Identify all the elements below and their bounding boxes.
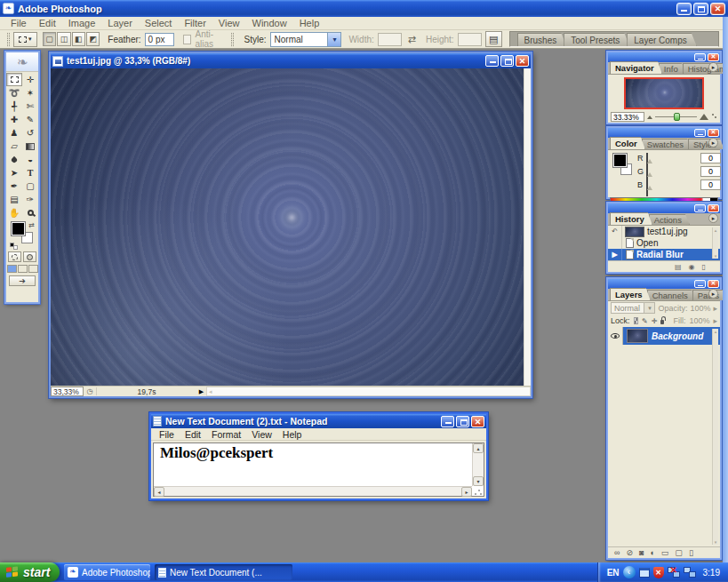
doc-close-button[interactable]: ✕ [516, 55, 529, 67]
notepad-menu-format[interactable]: Format [206, 429, 246, 440]
well-tab-tool-presets[interactable]: Tool Presets [564, 33, 629, 46]
tool-gradient[interactable] [22, 140, 38, 153]
standard-mode-button[interactable] [8, 251, 21, 262]
palette-close-button[interactable]: ✕ [708, 204, 719, 212]
history-snapshot-row[interactable]: ↶ test1uj.jpg [608, 226, 720, 237]
selection-subtract-button[interactable]: ◧ [72, 32, 85, 46]
new-snapshot-button[interactable]: ◉ [689, 263, 695, 271]
hide-icons-chevron[interactable]: ‹ [623, 566, 636, 578]
tool-notes[interactable]: ▤ [6, 193, 22, 206]
notepad-close-button[interactable]: ✕ [471, 416, 484, 427]
new-group-button[interactable]: ▭ [661, 548, 669, 557]
panel-menu-icon[interactable]: ▸ [708, 213, 718, 223]
history-scrollbar[interactable]: ▴ ▾ [712, 227, 718, 259]
tool-shape[interactable]: ▢ [22, 179, 38, 193]
history-item-open[interactable]: Open [608, 237, 720, 249]
notepad-minimize-button[interactable] [441, 416, 454, 427]
history-source-icon[interactable]: ↶ [608, 226, 622, 237]
tool-hand[interactable]: ✋ [6, 206, 22, 219]
navigator-zoom-slider[interactable] [655, 116, 697, 117]
antialias-checkbox[interactable] [183, 35, 192, 44]
close-button[interactable]: ✕ [710, 3, 725, 15]
notepad-menu-help[interactable]: Help [277, 429, 308, 440]
tab-histogram[interactable]: Histogram [683, 63, 728, 74]
palette-minimize-button[interactable] [694, 129, 706, 137]
well-tab-layer-comps[interactable]: Layer Comps [627, 33, 696, 46]
start-button[interactable]: start [0, 562, 60, 582]
menu-filter[interactable]: Filter [178, 18, 212, 28]
panel-menu-icon[interactable]: ▸ [708, 62, 718, 72]
zoom-out-icon[interactable] [647, 116, 652, 119]
menu-select[interactable]: Select [139, 18, 179, 28]
menu-window[interactable]: Window [246, 18, 293, 28]
opacity-arrow-icon[interactable]: ▸ [713, 304, 717, 313]
lock-position-icon[interactable]: ✛ [652, 317, 658, 325]
state-marker-icon[interactable]: ▶ [608, 249, 622, 260]
tool-history-brush[interactable]: ↺ [22, 126, 38, 140]
current-tool-button[interactable]: ▾ [13, 32, 37, 47]
resize-grip[interactable] [473, 487, 484, 496]
well-tab-brushes[interactable]: Brushes [517, 33, 567, 46]
tab-swatches[interactable]: Swatches [642, 139, 692, 149]
color-palette-header[interactable]: ✕ [608, 128, 720, 138]
language-indicator[interactable]: EN [607, 568, 620, 578]
clock[interactable]: 3:19 [703, 568, 720, 578]
width-input[interactable] [378, 33, 402, 46]
network-icon[interactable] [684, 567, 696, 578]
lock-all-icon[interactable] [660, 320, 664, 324]
notepad-text-area[interactable]: Milos@pcekspert ▴ ▾ ◂ ▸ [153, 442, 484, 497]
doc-vertical-scrollbar[interactable] [524, 68, 531, 386]
doc-restore-button[interactable] [500, 55, 514, 67]
tool-eyedropper[interactable]: ✑ [22, 193, 38, 206]
delete-layer-button[interactable]: ▯ [689, 548, 693, 557]
navigator-palette-header[interactable]: ✕ [608, 52, 720, 62]
visibility-cell[interactable] [608, 327, 623, 345]
menu-image[interactable]: Image [62, 18, 102, 28]
taskbar-item-notepad[interactable]: New Text Document (... [155, 564, 292, 580]
palette-minimize-button[interactable] [694, 53, 706, 61]
notepad-titlebar[interactable]: New Text Document (2).txt - Notepad ✕ [151, 414, 486, 428]
palette-close-button[interactable]: ✕ [708, 129, 719, 137]
restore-button[interactable] [693, 3, 708, 15]
notepad-menu-edit[interactable]: Edit [180, 429, 206, 440]
foreground-color-swatch[interactable] [613, 154, 627, 167]
feather-input[interactable]: 0 px [145, 33, 174, 46]
layers-scrollbar[interactable]: ▴ ▾ [712, 329, 718, 545]
blue-slider-thumb[interactable] [647, 186, 652, 190]
swap-colors-icon[interactable]: ⇄ [28, 221, 35, 229]
lock-transparency-icon[interactable] [634, 317, 638, 324]
status-zoom-input[interactable]: 33,33% [51, 387, 84, 396]
menu-file[interactable]: File [4, 18, 33, 28]
doc-minimize-button[interactable] [485, 55, 499, 67]
layer-mask-button[interactable]: ◙ [639, 548, 644, 557]
selection-intersect-button[interactable]: ◩ [86, 32, 100, 46]
delete-state-button[interactable]: ▯ [702, 263, 706, 271]
history-source-cell[interactable] [608, 237, 622, 249]
foreground-color-swatch[interactable] [12, 222, 25, 235]
tool-slice[interactable]: ✄ [22, 100, 38, 113]
green-slider-thumb[interactable] [647, 172, 652, 177]
tool-dodge[interactable]: ◒ [22, 153, 38, 166]
navigator-zoom-input[interactable]: 33.33% [611, 112, 644, 122]
network-offline-icon[interactable]: ✕ [668, 567, 680, 578]
green-value-input[interactable]: 0 [700, 166, 721, 177]
layers-palette-header[interactable]: ✕ [608, 279, 720, 289]
tool-crop[interactable]: ╃ [6, 100, 22, 113]
scroll-down-icon[interactable]: ▾ [473, 476, 484, 486]
notepad-menu-file[interactable]: File [154, 429, 180, 440]
fullscreen-menubar-button[interactable] [18, 265, 28, 273]
tool-move[interactable]: ✛ [22, 73, 38, 86]
tab-info[interactable]: Info [659, 63, 686, 74]
canvas-image[interactable] [51, 68, 524, 386]
standard-screen-button[interactable] [7, 265, 17, 273]
palette-minimize-button[interactable] [694, 204, 706, 212]
menu-edit[interactable]: Edit [33, 18, 62, 28]
resize-grip[interactable] [711, 113, 717, 121]
file-browser-button[interactable]: ▤ [485, 31, 502, 47]
layer-row-background[interactable]: Background [608, 327, 720, 345]
history-item-radial-blur[interactable]: ▶ Radial Blur [608, 249, 720, 260]
tool-brush[interactable]: ✎ [22, 113, 38, 126]
fill-arrow-icon[interactable]: ▸ [713, 316, 717, 325]
red-slider-thumb[interactable] [647, 159, 652, 163]
swap-dimensions-icon[interactable]: ⇄ [408, 34, 416, 45]
